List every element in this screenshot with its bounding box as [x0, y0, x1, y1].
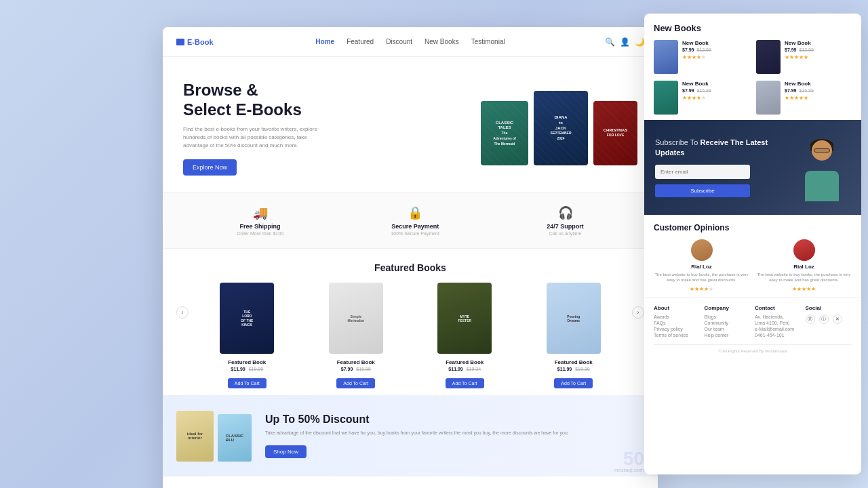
footer-col-social: Social ⓟ ⓘ ✕	[806, 305, 852, 339]
footer-awards[interactable]: Awards	[654, 314, 701, 319]
book-label-1: Featured Book	[197, 359, 298, 365]
features-section: 🚚 Free Shipping Order More than $100 🔒 S…	[163, 192, 658, 249]
payment-icon: 🔒	[391, 205, 439, 220]
book-prices-2: $7.99 $15.99	[306, 367, 407, 371]
footer-terms[interactable]: Terms of service	[654, 333, 701, 338]
feature-shipping-desc: Order More than $100	[237, 231, 283, 236]
shop-now-button[interactable]: Shop Now	[265, 445, 307, 458]
nav-home[interactable]: Home	[315, 38, 334, 45]
feature-support-desc: Call us anytime	[547, 231, 584, 236]
feature-payment: 🔒 Secure Payment 100% Secure Payment	[391, 205, 439, 236]
nav-new-books[interactable]: New Books	[425, 38, 459, 45]
twitter-icon[interactable]: ✕	[833, 314, 842, 324]
footer-copyright: © All Rights Reserved By Mostamaize	[654, 344, 852, 353]
book-cover-3: MYTEFESTER	[437, 283, 492, 354]
nb-cover-1	[654, 40, 678, 74]
nb-cover-4	[756, 81, 781, 115]
book-cover-1: THELORDOF THEKINGS	[220, 283, 274, 354]
add-to-cart-1[interactable]: Add To Cart	[228, 378, 267, 388]
carousel-prev-button[interactable]: ‹	[176, 306, 189, 319]
opinion-name-1: Rial Loz	[654, 264, 749, 270]
books-carousel: ‹ THELORDOF THEKINGS Featured Book $11.9…	[176, 283, 644, 388]
price-new-4: $11.99	[557, 367, 572, 371]
opinion-text-2: The best website to buy books, the purch…	[756, 272, 852, 283]
footer-cols: About Awards FAQs Privacy policy Terms o…	[654, 305, 852, 339]
feature-shipping-title: Free Shipping	[237, 223, 283, 230]
book-card-4: PouringDreams Featured Book $11.99 $19.3…	[524, 283, 625, 388]
social-icons: ⓟ ⓘ ✕	[806, 314, 852, 324]
nb-stars-3: ★★★★★	[682, 95, 749, 101]
featured-books-title: Featured Books	[176, 262, 644, 273]
email-input[interactable]	[655, 165, 750, 179]
new-book-4: New Book $7.99 $16.99 ★★★★★	[756, 81, 852, 115]
nb-label-4: New Book	[785, 81, 852, 87]
feature-payment-title: Secure Payment	[391, 223, 439, 230]
book-label-3: Featured Book	[414, 359, 515, 365]
nb-info-4: New Book $7.99 $16.99 ★★★★★	[785, 81, 852, 101]
discount-section: ideal forinterior CLASSICBLU Up To 50% D…	[163, 395, 658, 476]
left-panel: E-Book Home Featured Discount New Books …	[163, 27, 658, 488]
book-prices-3: $11.99 $19.34	[414, 367, 515, 371]
nav-testimonial[interactable]: Testimonial	[471, 38, 505, 45]
pinterest-icon[interactable]: ⓟ	[806, 314, 815, 324]
shipping-icon: 🚚	[237, 205, 283, 220]
new-books-section: New Books New Book $7.99 $12.99 ★★★★★	[644, 14, 861, 120]
navbar: E-Book Home Featured Discount New Books …	[163, 27, 658, 57]
nb-label-3: New Book	[682, 81, 749, 87]
nb-cover-2	[756, 40, 781, 74]
search-icon[interactable]: 🔍	[605, 37, 614, 47]
footer-community[interactable]: Community	[705, 321, 751, 325]
footer-blogs[interactable]: Blogs	[705, 314, 751, 319]
price-new-2: $7.99	[341, 367, 353, 371]
nb-prices-4: $7.99 $16.99	[785, 88, 852, 93]
add-to-cart-4[interactable]: Add To Cart	[554, 378, 593, 388]
price-old-3: $19.34	[467, 367, 481, 371]
user-icon[interactable]: 👤	[620, 37, 629, 47]
nav-discount[interactable]: Discount	[386, 38, 412, 45]
feature-shipping: 🚚 Free Shipping Order More than $100	[237, 205, 283, 236]
add-to-cart-2[interactable]: Add To Cart	[336, 378, 375, 388]
hero-book-3: CHRISTMASFOR LOVE	[593, 101, 637, 165]
footer-email[interactable]: e-Mail@email.com	[755, 327, 802, 331]
nb-prices-3: $7.99 $16.99	[682, 88, 749, 93]
footer-phone: 0461-454-101	[755, 333, 802, 338]
nb-prices-1: $7.99 $12.99	[682, 47, 749, 52]
subscribe-button[interactable]: Subscribe	[655, 184, 750, 197]
moon-icon[interactable]: 🌙	[635, 37, 644, 47]
explore-button[interactable]: Explore Now	[183, 159, 237, 176]
add-to-cart-3[interactable]: Add To Cart	[446, 378, 484, 388]
price-new-1: $11.99	[231, 367, 245, 371]
book-prices-1: $11.99 $19.99	[197, 367, 298, 371]
footer-help[interactable]: Help center	[705, 333, 751, 338]
book-card-2: SimpleMinimalist Featured Book $7.99 $15…	[306, 283, 407, 388]
opinion-stars-2: ★★★★★	[756, 286, 852, 292]
book-prices-4: $11.99 $19.30	[524, 367, 625, 371]
book-label-2: Featured Book	[306, 359, 407, 365]
footer-team[interactable]: Our team	[705, 327, 751, 331]
logo-text: E-Book	[187, 38, 214, 46]
new-book-3: New Book $7.99 $16.99 ★★★★★	[654, 81, 749, 115]
carousel-next-button[interactable]: ›	[632, 306, 644, 319]
instagram-icon[interactable]: ⓘ	[819, 314, 829, 324]
opinion-avatar-1	[691, 239, 713, 261]
footer-contact-title: Contact	[755, 305, 802, 311]
new-books-title: New Books	[654, 23, 852, 33]
opinion-card-1: Rial Loz The best website to buy books, …	[654, 239, 749, 292]
discount-book-1: ideal forinterior	[176, 411, 214, 462]
navbar-links: Home Featured Discount New Books Testimo…	[294, 38, 528, 45]
hero-book-1-text: CLASSICTALESThe Adventures ofThe Mermaid	[493, 120, 517, 146]
hero-text: Browse &Select E-Books Find the best e-b…	[183, 81, 474, 176]
hero-description: Find the best e-books from your favorite…	[183, 125, 332, 150]
footer-company-title: Company	[705, 305, 751, 311]
book-cover-4: PouringDreams	[547, 283, 601, 354]
subscribe-title: Subscribe To Receive The Latest Updates	[655, 138, 793, 159]
nb-label-1: New Book	[682, 40, 749, 46]
feature-support: 🎧 24/7 Support Call us anytime	[547, 205, 584, 236]
hero-book-1: CLASSICTALESThe Adventures ofThe Mermaid	[481, 101, 528, 165]
new-book-1: New Book $7.99 $12.99 ★★★★★	[654, 40, 749, 74]
nav-featured[interactable]: Featured	[347, 38, 374, 45]
footer-faqs[interactable]: FAQs	[654, 321, 701, 325]
footer-privacy[interactable]: Privacy policy	[654, 327, 701, 331]
book-card-3: MYTEFESTER Featured Book $11.99 $19.34 A…	[414, 283, 515, 388]
subscribe-text-area: Subscribe To Receive The Latest Updates …	[655, 138, 793, 198]
